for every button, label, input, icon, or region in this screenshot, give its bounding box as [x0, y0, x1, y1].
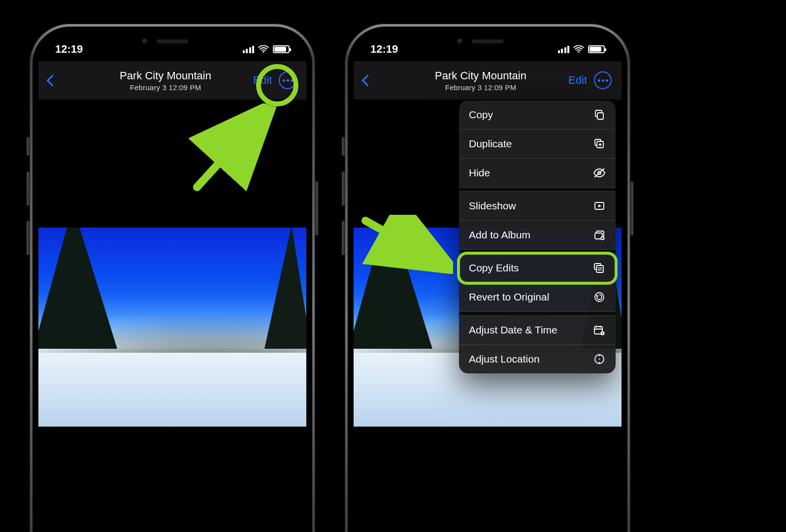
power-button — [315, 181, 318, 235]
svg-line-18 — [365, 221, 443, 264]
nav-bar: Park City Mountain February 3 12:09 PM E… — [38, 61, 306, 100]
menu-item-label: Hide — [469, 167, 490, 179]
nav-bar: Park City Mountain February 3 12:09 PM E… — [354, 61, 622, 100]
menu-item-copy-edits[interactable]: Copy Edits — [459, 254, 616, 283]
phone-right: 12:19 Park City Mountain February 3 12:0… — [345, 24, 630, 532]
more-button[interactable] — [279, 71, 296, 89]
phone-left: 12:19 Park City Mountain February 3 12:0… — [30, 24, 315, 532]
menu-separator — [459, 250, 616, 254]
back-button[interactable] — [361, 74, 373, 86]
menu-item-label: Duplicate — [469, 138, 512, 150]
date-time-icon — [593, 324, 606, 336]
context-menu: CopyDuplicateHideSlideshowAdd to AlbumCo… — [459, 100, 616, 373]
cellular-icon — [558, 45, 570, 53]
screen-right: 12:19 Park City Mountain February 3 12:0… — [354, 33, 622, 532]
menu-item-label: Copy Edits — [469, 262, 519, 274]
svg-point-0 — [262, 51, 264, 53]
location-icon — [593, 353, 606, 366]
menu-item-duplicate[interactable]: Duplicate — [459, 130, 616, 159]
svg-point-11 — [598, 267, 599, 268]
svg-line-1 — [197, 112, 265, 187]
power-button — [630, 181, 633, 235]
silent-switch — [342, 137, 345, 156]
more-button[interactable] — [594, 71, 612, 89]
menu-item-label: Adjust Location — [469, 353, 540, 365]
nav-title: Park City Mountain — [393, 69, 568, 82]
nav-subtitle: February 3 12:09 PM — [78, 83, 253, 92]
cellular-icon — [243, 45, 255, 53]
earpiece — [157, 39, 188, 43]
menu-item-add-album[interactable]: Add to Album — [459, 221, 616, 250]
menu-item-date-time[interactable]: Adjust Date & Time — [459, 316, 616, 345]
photo-image — [38, 228, 306, 427]
menu-item-slideshow[interactable]: Slideshow — [459, 192, 616, 221]
menu-item-hide[interactable]: Hide — [459, 159, 616, 188]
edit-button[interactable]: Edit — [568, 74, 587, 87]
volume-down-button — [27, 221, 30, 255]
copy-edits-icon — [593, 262, 606, 274]
menu-item-label: Slideshow — [469, 200, 516, 212]
notch — [438, 33, 537, 50]
menu-separator — [459, 312, 616, 316]
menu-separator — [459, 188, 616, 192]
svg-rect-3 — [597, 113, 603, 119]
volume-up-button — [342, 171, 345, 206]
wifi-icon — [573, 45, 584, 53]
status-time: 12:19 — [370, 43, 398, 56]
volume-up-button — [27, 171, 30, 206]
svg-rect-10 — [596, 266, 603, 272]
notch — [123, 33, 222, 50]
menu-item-label: Revert to Original — [469, 291, 549, 303]
hide-icon — [593, 166, 606, 179]
add-album-icon — [593, 229, 606, 241]
menu-item-label: Copy — [469, 109, 493, 121]
annotation-arrow — [360, 215, 453, 274]
svg-point-13 — [595, 293, 604, 301]
svg-point-2 — [578, 51, 579, 53]
menu-item-revert[interactable]: Revert to Original — [459, 283, 616, 312]
earpiece — [472, 39, 503, 43]
edit-button[interactable]: Edit — [253, 74, 272, 87]
battery-icon — [588, 45, 605, 53]
duplicate-icon — [593, 137, 606, 150]
battery-icon — [273, 45, 290, 53]
annotation-arrow — [187, 103, 281, 192]
volume-down-button — [342, 221, 345, 255]
svg-point-17 — [599, 359, 600, 360]
menu-item-label: Adjust Date & Time — [469, 324, 557, 336]
menu-item-label: Add to Album — [469, 229, 530, 241]
back-button[interactable] — [46, 74, 58, 86]
slideshow-icon — [593, 200, 606, 212]
status-time: 12:19 — [55, 43, 83, 56]
wifi-icon — [258, 45, 269, 53]
front-camera — [457, 38, 463, 44]
revert-icon — [593, 291, 606, 303]
copy-icon — [593, 108, 606, 121]
menu-item-copy[interactable]: Copy — [459, 100, 616, 130]
front-camera — [142, 38, 148, 44]
silent-switch — [27, 137, 30, 156]
nav-subtitle: February 3 12:09 PM — [393, 83, 568, 92]
nav-title: Park City Mountain — [78, 69, 253, 82]
svg-point-12 — [600, 269, 601, 270]
menu-item-location[interactable]: Adjust Location — [459, 345, 616, 373]
